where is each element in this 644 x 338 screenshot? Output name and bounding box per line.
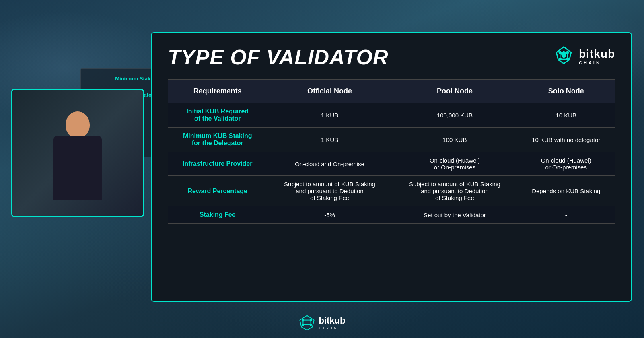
requirement-cell: Infrastructure Provider [168, 152, 267, 176]
value-cell: Depends on KUB Staking [517, 176, 615, 206]
presenter-video [11, 89, 144, 217]
bitkub-logo: bitkub CHAIN [553, 45, 615, 67]
value-cell: On-cloud (Huawei) or On-premises [392, 152, 517, 176]
requirement-cell: Reward Percentage [168, 176, 267, 206]
col-solo-node: Solo Node [517, 80, 615, 103]
requirement-cell: Initial KUB Required of the Validator [168, 103, 267, 128]
bitkub-logo-text: bitkub CHAIN [579, 47, 615, 65]
slide-header: TYPE OF VALIDATOR bitk [168, 45, 615, 69]
value-cell: On-cloud (Huawei) or On-premises [517, 152, 615, 176]
requirement-cell: Staking Fee [168, 206, 267, 224]
bottom-brand-icon [299, 315, 315, 331]
table-row: Minimum KUB Staking for the Delegator1 K… [168, 128, 615, 152]
value-cell: Subject to amount of KUB Staking and pur… [267, 176, 392, 206]
bottom-brand-text: bitkub CHAIN [319, 315, 346, 330]
svg-point-11 [309, 324, 312, 326]
validator-table: Requirements Official Node Pool Node Sol… [168, 79, 615, 224]
bottom-brand-chain: CHAIN [319, 326, 346, 330]
bitkub-logo-icon [553, 45, 575, 67]
value-cell: 10 KUB with no delegator [517, 128, 615, 152]
table-row: Initial KUB Required of the Validator1 K… [168, 103, 615, 128]
value-cell: Subject to amount of KUB Staking and pur… [392, 176, 517, 206]
value-cell: 1 KUB [267, 103, 392, 128]
col-pool-node: Pool Node [392, 80, 517, 103]
value-cell: 100 KUB [392, 128, 517, 152]
col-requirements: Requirements [168, 80, 267, 103]
main-slide: TYPE OF VALIDATOR bitk [151, 32, 632, 302]
svg-point-9 [309, 319, 312, 322]
table-row: Infrastructure ProviderOn-cloud and On-p… [168, 152, 615, 176]
value-cell: 100,000 KUB [392, 103, 517, 128]
value-cell: Set out by the Validator [392, 206, 517, 224]
value-cell: - [517, 206, 615, 224]
requirement-cell: Minimum KUB Staking for the Delegator [168, 128, 267, 152]
value-cell: -5% [267, 206, 392, 224]
value-cell: On-cloud and On-premise [267, 152, 392, 176]
svg-point-8 [302, 319, 304, 322]
presenter-figure [45, 103, 110, 216]
svg-point-10 [302, 324, 304, 326]
bottom-brand: bitkub CHAIN [299, 315, 346, 331]
table-row: Reward PercentageSubject to amount of KU… [168, 176, 615, 206]
bitkub-brand-name: bitkub [579, 47, 615, 60]
value-cell: 10 KUB [517, 103, 615, 128]
value-cell: 1 KUB [267, 128, 392, 152]
bottom-brand-name: bitkub [319, 315, 346, 326]
table-row: Staking Fee-5%Set out by the Validator- [168, 206, 615, 224]
bitkub-brand-chain: CHAIN [579, 60, 615, 65]
slide-title: TYPE OF VALIDATOR [168, 45, 389, 69]
col-official-node: Official Node [267, 80, 392, 103]
